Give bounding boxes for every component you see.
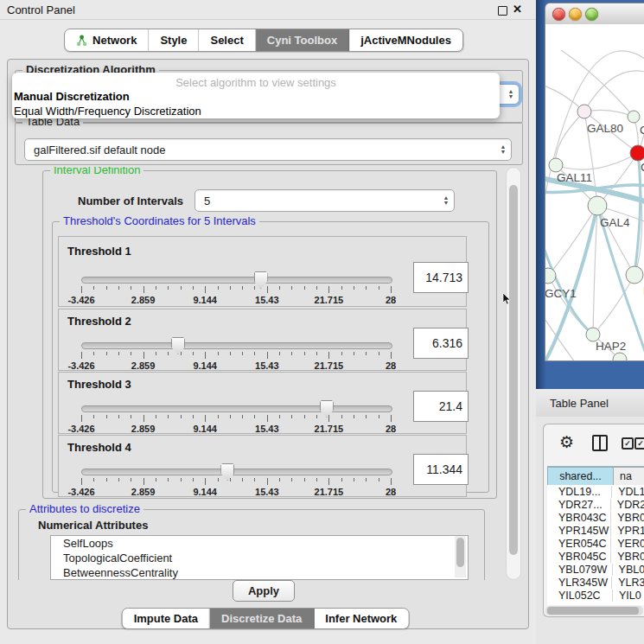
attribute-item-topologicalcoefficient[interactable]: TopologicalCoefficient — [51, 551, 468, 565]
bottom-tab-impute-data[interactable]: Impute Data — [123, 609, 210, 628]
cell-shared-name: YBR043C — [547, 512, 611, 524]
attributes-group: Attributes to discretize Numerical Attri… — [18, 509, 485, 580]
float-window-icon[interactable] — [498, 6, 507, 16]
attribute-item-betweennesscentrality[interactable]: BetweennessCentrality — [51, 565, 468, 580]
table-header: shared... na — [547, 466, 644, 486]
interval-definition-group: Interval Definition Number of Intervals … — [42, 170, 497, 499]
slider-tick-label: 9.144 — [193, 295, 217, 305]
network-node[interactable] — [613, 353, 627, 361]
threshold-label: Threshold 1 — [67, 245, 131, 258]
split-columns-icon[interactable] — [592, 435, 608, 451]
threshold-value-field[interactable]: 11.344 — [413, 454, 469, 485]
network-edge[interactable] — [584, 71, 644, 112]
table-data-group: Table Data galFiltered.sif default node … — [15, 122, 523, 165]
network-node-gal4[interactable] — [588, 196, 607, 215]
tab-label: Select — [210, 34, 243, 47]
combo-arrows-icon: ▲▼ — [503, 89, 519, 99]
table-toolbar: ⚙ ✓ ✓ — [544, 424, 644, 462]
network-node-h[interactable] — [626, 266, 643, 284]
cell-name: YER0 — [611, 538, 644, 550]
network-node-gal11[interactable] — [549, 158, 563, 172]
numerical-attributes-list[interactable]: SelfLoopsTopologicalCoefficientBetweenne… — [50, 535, 469, 580]
close-icon[interactable]: ✕ — [513, 3, 522, 16]
threshold-slider-track[interactable] — [81, 342, 392, 349]
threshold-slider-track[interactable] — [81, 469, 392, 475]
table-row[interactable]: YBR043CYBR0 — [547, 511, 644, 524]
slider-tick-label: -3.426 — [67, 487, 94, 497]
threshold-panel-4: Threshold 4-3.4262.8599.14415.4321.71528… — [58, 435, 467, 497]
network-node-gcy1[interactable] — [545, 268, 556, 284]
threshold-slider-track[interactable] — [81, 277, 392, 284]
dropdown-item-equal-width-frequency-discretization[interactable]: Equal Width/Frequency Discretization — [12, 104, 500, 118]
slider-tick-label: 28 — [386, 424, 396, 434]
table-row[interactable]: YDR27...YDR2 — [547, 498, 644, 511]
table-panel-titlebar: Table Panel — [536, 389, 644, 418]
network-canvas[interactable]: GAL80GCGAL11GAL4GCY1HHAP2 — [545, 24, 644, 361]
network-node-g[interactable] — [628, 111, 640, 123]
cell-shared-name: YPR145W — [547, 525, 611, 537]
gear-icon[interactable]: ⚙ — [559, 432, 574, 452]
table-panel-title: Table Panel — [550, 397, 609, 410]
tab-style[interactable]: Style — [149, 29, 199, 51]
slider-tick-label: 9.144 — [193, 487, 217, 497]
network-view-frame: GAL80GCGAL11GAL4GCY1HHAP2 — [536, 0, 644, 389]
tab-cyni-toolbox[interactable]: Cyni Toolbox — [256, 29, 349, 51]
thresholds-group: Threshold's Coordinates for 5 Intervals … — [52, 221, 489, 493]
column-header-shared[interactable]: shared... — [547, 467, 613, 486]
threshold-slider-track[interactable] — [81, 405, 392, 412]
apply-button-label: Apply — [248, 584, 279, 597]
cell-name: YDL1 — [612, 486, 644, 498]
threshold-value-field[interactable]: 6.316 — [413, 328, 469, 359]
table-row[interactable]: YBR045CYBR0 — [547, 550, 644, 563]
threshold-value-field[interactable]: 14.713 — [413, 262, 469, 293]
cell-shared-name: YBL079W — [547, 564, 613, 576]
interval-definition-label: Interval Definition — [50, 167, 143, 176]
checkbox-icon[interactable]: ✓ — [634, 437, 644, 450]
checkbox-icon[interactable]: ✓ — [622, 437, 634, 450]
minimize-traffic-light[interactable] — [569, 8, 582, 21]
network-node-gal80[interactable] — [577, 105, 591, 118]
attributes-list-scrollbar[interactable] — [455, 536, 466, 577]
tab-select[interactable]: Select — [199, 29, 255, 51]
table-row[interactable]: YER054CYER0 — [547, 537, 644, 550]
tab-label: Network — [92, 34, 137, 47]
slider-tick-label: 15.43 — [255, 424, 279, 434]
slider-tick-label: 28 — [386, 295, 396, 305]
control-panel: Control Panel ✕ NetworkStyleSelectCyni T… — [0, 0, 536, 644]
tab-jactivemnodules[interactable]: jActiveMNodules — [349, 29, 462, 51]
table-row[interactable]: YDL19...YDL1 — [547, 485, 644, 498]
slider-tick-label: 28 — [386, 360, 396, 371]
control-panel-title: Control Panel — [7, 3, 75, 16]
slider-tick-label: -3.426 — [67, 424, 94, 434]
table-data-value: galFiltered.sif default node — [25, 143, 495, 156]
bottom-tab-infer-network[interactable]: Infer Network — [314, 609, 408, 628]
network-window-titlebar[interactable] — [545, 3, 644, 25]
zoom-traffic-light[interactable] — [585, 8, 598, 21]
table-row[interactable]: YPR145WYPR1 — [547, 524, 644, 537]
table-hscrollbar[interactable] — [545, 606, 643, 615]
table-row[interactable]: YIL052CYIL0 — [547, 589, 644, 602]
column-header-name[interactable]: na — [613, 467, 644, 486]
close-traffic-light[interactable] — [552, 8, 565, 21]
threshold-value-field[interactable]: 21.4 — [413, 391, 469, 422]
mouse-cursor — [502, 293, 511, 305]
network-edge[interactable] — [556, 153, 638, 169]
network-node-label: GAL80 — [587, 122, 623, 135]
dropdown-item-manual-discretization[interactable]: Manual Discretization — [12, 89, 500, 104]
number-of-intervals-combobox[interactable]: 5 ▲▼ — [194, 189, 455, 212]
bottom-tabs: Impute DataDiscretize DataInfer Network — [122, 608, 410, 629]
attribute-item-selfloops[interactable]: SelfLoops — [51, 536, 468, 551]
network-edge[interactable] — [584, 110, 634, 117]
apply-button[interactable]: Apply — [233, 580, 295, 602]
network-node-label: GCY1 — [545, 287, 577, 300]
table-row[interactable]: YBL079WYBL0 — [547, 563, 644, 576]
network-edge[interactable] — [561, 50, 634, 117]
settings-scrollbar[interactable] — [506, 167, 521, 580]
tab-network[interactable]: Network — [65, 29, 149, 51]
table-data-combobox[interactable]: galFiltered.sif default node ▲▼ — [24, 138, 512, 161]
table-row[interactable]: YLR345WYLR3 — [547, 576, 644, 589]
slider-tick-label: 2.859 — [131, 295, 156, 305]
network-node-c[interactable] — [630, 145, 644, 161]
bottom-tab-discretize-data[interactable]: Discretize Data — [210, 609, 314, 628]
tab-label: jActiveMNodules — [360, 34, 451, 47]
